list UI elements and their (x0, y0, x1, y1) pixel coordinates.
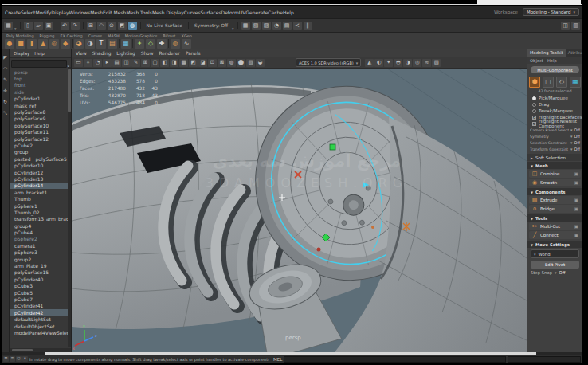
redo-icon[interactable]: ↷ (71, 22, 80, 30)
outliner-item[interactable]: arm_Plate_19 (10, 262, 68, 269)
anti-aliasing-icon[interactable]: ▧ (432, 59, 441, 67)
outliner-item[interactable]: polySurface12 (10, 135, 68, 142)
xray-joints-icon[interactable]: ✦ (384, 59, 393, 67)
paint-select-tool-icon[interactable]: ✎ (2, 76, 9, 83)
snap-to-plane-icon[interactable]: ◩ (118, 22, 127, 30)
outliner-item[interactable]: group4 (10, 222, 68, 229)
ipr-render-icon[interactable]: ▨ (262, 22, 271, 30)
bind-skin-icon[interactable]: ✚ (157, 39, 167, 49)
pause-icon[interactable]: ∥ (304, 22, 312, 30)
outliner-item[interactable]: front (10, 82, 68, 88)
soft-selection-section[interactable]: Soft Selection (527, 154, 582, 161)
uv-editor-icon[interactable]: ▦ (121, 39, 131, 49)
bridge-row[interactable]: ∩Bridge▣ (529, 205, 581, 213)
symmetry-status[interactable]: Symmetry: Off (194, 23, 228, 28)
mel-command-input[interactable] (284, 356, 506, 363)
uv-mode-icon[interactable]: ▦ (570, 77, 581, 88)
viewport-menu-item[interactable]: Shading (92, 51, 112, 56)
shelf-tab[interactable]: Bifrost (163, 33, 175, 38)
constraint-dropdown[interactable]: Selection ConstraintOff (527, 139, 582, 146)
safe-action-icon[interactable]: ◩ (189, 59, 198, 67)
axis-orientation-dropdown[interactable]: World (531, 249, 579, 258)
selection-mode-radio[interactable]: Tweak/Marquee (527, 108, 582, 114)
rotate-tool-icon[interactable]: ↻ (2, 98, 9, 105)
connect-row[interactable]: ╱Connect▣ (529, 231, 581, 239)
outliner-item[interactable]: group2 (10, 256, 68, 262)
outliner-item[interactable]: polySurface10 (10, 122, 68, 128)
snap-to-grid-icon[interactable]: ⊞ (87, 22, 96, 30)
render-settings-icon[interactable]: ◔ (272, 22, 281, 30)
perspective-viewport[interactable]: x y z ViewShadingLightingShowRendererPan… (72, 49, 527, 352)
menu-item[interactable]: Curves (184, 10, 201, 15)
outliner-item[interactable]: Thumb (10, 195, 68, 202)
svg-tool-icon[interactable]: ▤ (108, 39, 117, 49)
extrude-row[interactable]: ▤Extrude▣ (529, 196, 581, 204)
constraint-dropdown[interactable]: SymmetryOff (527, 133, 582, 139)
outliner-item[interactable]: polySurface15 (10, 269, 68, 276)
poly-torus-icon[interactable]: ◎ (49, 39, 59, 49)
vertex-mode-icon[interactable]: ⬢ (529, 77, 540, 88)
outliner-menu-item[interactable]: Help (34, 51, 45, 56)
viewport-menu-item[interactable]: Renderer (159, 51, 179, 56)
menu-item[interactable]: Windows (69, 10, 90, 15)
menu-item[interactable]: Create (5, 10, 21, 15)
resolution-gate-icon[interactable]: ◧ (160, 59, 169, 67)
outliner-item[interactable]: camera1 (10, 242, 68, 249)
shelf-tab[interactable]: Poly Modeling (6, 33, 34, 38)
shelf-tab[interactable]: XGen (181, 33, 192, 38)
exposure-icon[interactable]: ◓ (394, 59, 402, 67)
lasso-tool-icon[interactable]: ◠ (2, 65, 9, 72)
outliner-item[interactable]: pCylinder12 (10, 169, 68, 175)
move-settings-header[interactable]: Move Settings (527, 241, 582, 248)
toolkit-menu-item[interactable]: Object (530, 58, 543, 63)
open-scene-icon[interactable]: ▱ (34, 22, 43, 30)
outliner-item[interactable]: mask_ref (10, 102, 68, 108)
sidebar-toggle-icon[interactable]: ◫ (561, 22, 570, 30)
viewport-menu-item[interactable]: Lighting (116, 51, 135, 56)
menu-item[interactable]: Mesh Tools (126, 10, 151, 15)
outliner-item[interactable]: side (10, 88, 68, 95)
outliner-item[interactable]: pCube3 (10, 283, 68, 289)
snap-to-curve-icon[interactable]: ◠ (97, 22, 106, 30)
edge-mode-icon[interactable]: ▢ (543, 77, 554, 88)
outliner-item[interactable]: pCylinder1 (10, 96, 68, 102)
new-scene-icon[interactable]: ▯ (24, 22, 33, 30)
viewport-menu-item[interactable]: Panels (186, 51, 201, 56)
outliner-vscrollbar[interactable] (68, 67, 71, 347)
save-scene-icon[interactable]: ▣ (45, 22, 53, 30)
outliner-item[interactable]: arm_bracket1 (10, 189, 68, 195)
components-section-header[interactable]: Components (527, 188, 582, 195)
poly-cylinder-icon[interactable]: ▮ (27, 39, 37, 49)
poly-sphere-icon[interactable]: ● (5, 39, 14, 49)
select-tool-icon[interactable]: ◤ (2, 53, 9, 61)
isolate-select-icon[interactable]: ◭ (365, 59, 374, 67)
selection-mode-radio[interactable]: Drag (527, 101, 582, 108)
outliner-item[interactable]: defaultLightSet (10, 316, 68, 322)
scene-selector[interactable]: ▦ (4, 22, 13, 30)
step-snap-row[interactable]: Step Snap Off (527, 269, 582, 276)
help-box-icon[interactable]: ▢ (16, 356, 22, 362)
outliner-item[interactable]: polySurface8 (10, 108, 68, 115)
shelf-tab[interactable]: Curves (88, 33, 102, 38)
tab-attribute-editor[interactable]: Attribute Ed (566, 49, 582, 57)
edit-pivot-button[interactable]: Edit Pivot (531, 261, 579, 269)
undo-icon[interactable]: ↶ (61, 22, 69, 30)
channel-box-toggle-icon[interactable]: ▥ (571, 22, 580, 30)
outliner-item[interactable]: transform13_arm_bracket (10, 216, 68, 222)
highlight-checkbox[interactable]: Highlight Nearest Component (527, 120, 582, 127)
outliner-item[interactable]: polySurface9 (10, 116, 68, 122)
ambient-occlusion-icon[interactable]: ◎ (413, 59, 421, 67)
shelf-tab[interactable]: FX Caching (61, 33, 83, 38)
outliner-item[interactable]: pasted__polySurface5 (10, 155, 68, 162)
outliner-item[interactable]: polySurface11 (10, 129, 68, 135)
menu-item[interactable]: Help (283, 10, 294, 15)
move-tool-icon[interactable]: ✛ (2, 87, 9, 94)
mesh-section-header[interactable]: Mesh (527, 162, 582, 169)
selection-mode-radio[interactable]: Pick/Marquee (527, 95, 582, 101)
outliner-item[interactable]: pCylinder10 (10, 162, 68, 168)
joint-tool-icon[interactable]: ✦ (135, 39, 144, 49)
live-surface-status[interactable]: No Live Surface (147, 23, 183, 28)
snap-to-point-icon[interactable]: ⊙ (108, 22, 116, 30)
field-chart-icon[interactable]: ▩ (179, 59, 188, 67)
make-live-icon[interactable]: ◍ (128, 22, 137, 30)
